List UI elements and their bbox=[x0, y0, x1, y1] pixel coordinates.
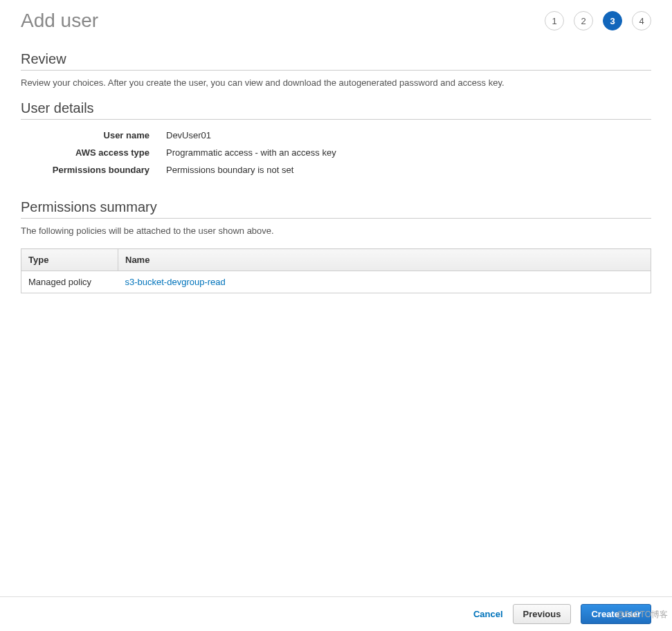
review-description: Review your choices. After you create th… bbox=[21, 77, 651, 88]
user-details-table: User name DevUser01 AWS access type Prog… bbox=[21, 127, 651, 179]
review-heading: Review bbox=[21, 51, 651, 71]
value-access-type: Programmatic access - with an access key bbox=[166, 144, 651, 161]
step-1[interactable]: 1 bbox=[545, 11, 564, 30]
policy-type: Managed policy bbox=[21, 271, 118, 293]
column-header-name: Name bbox=[118, 249, 651, 271]
permissions-summary-description: The following policies will be attached … bbox=[21, 226, 651, 236]
value-permissions-boundary: Permissions boundary is not set bbox=[166, 161, 651, 179]
cancel-button[interactable]: Cancel bbox=[473, 609, 503, 619]
permissions-summary-heading: Permissions summary bbox=[21, 199, 651, 219]
label-access-type: AWS access type bbox=[21, 144, 166, 161]
step-3[interactable]: 3 bbox=[603, 11, 622, 30]
previous-button[interactable]: Previous bbox=[513, 604, 572, 624]
detail-row-access-type: AWS access type Programmatic access - wi… bbox=[21, 144, 651, 161]
detail-row-permissions-boundary: Permissions boundary Permissions boundar… bbox=[21, 161, 651, 179]
user-details-heading: User details bbox=[21, 100, 651, 120]
wizard-stepper: 1 2 3 4 bbox=[545, 11, 651, 30]
wizard-footer: Cancel Previous Create user bbox=[0, 596, 672, 631]
value-username: DevUser01 bbox=[166, 127, 651, 144]
step-4[interactable]: 4 bbox=[632, 11, 651, 30]
label-permissions-boundary: Permissions boundary bbox=[21, 161, 166, 179]
detail-row-username: User name DevUser01 bbox=[21, 127, 651, 144]
page-title: Add user bbox=[21, 10, 98, 32]
step-2[interactable]: 2 bbox=[574, 11, 593, 30]
permissions-policy-table: Type Name Managed policy s3-bucket-devgr… bbox=[21, 248, 651, 293]
label-username: User name bbox=[21, 127, 166, 144]
policy-name-link[interactable]: s3-bucket-devgroup-read bbox=[125, 277, 226, 287]
column-header-type: Type bbox=[21, 249, 118, 271]
create-user-button[interactable]: Create user bbox=[581, 604, 651, 624]
policy-row: Managed policy s3-bucket-devgroup-read bbox=[21, 271, 651, 293]
